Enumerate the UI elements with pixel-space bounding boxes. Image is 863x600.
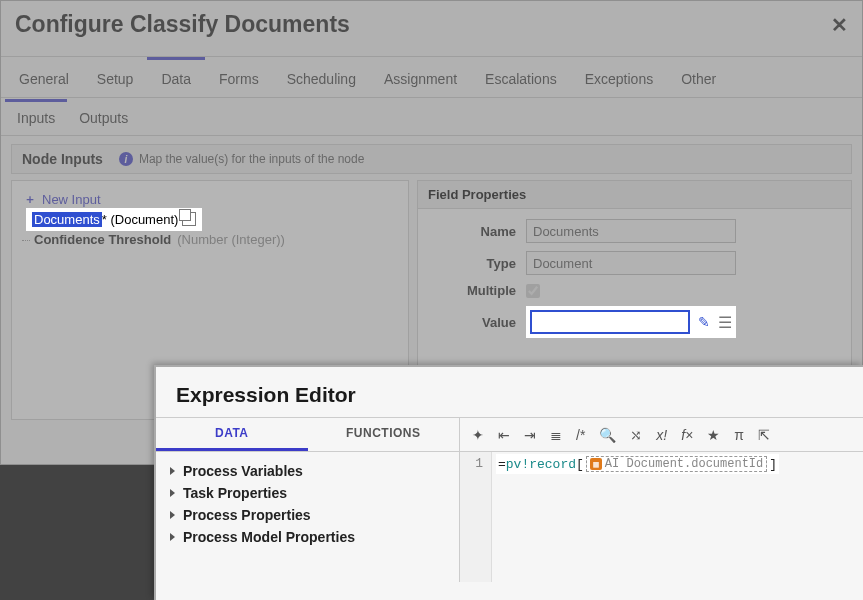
tree-process-properties[interactable]: Process Properties <box>170 504 445 526</box>
subtab-inputs[interactable]: Inputs <box>5 99 67 135</box>
token-close-bracket: ] <box>769 457 777 472</box>
new-input-button[interactable]: ＋ New Input <box>18 189 402 210</box>
section-title: Node Inputs <box>22 151 103 167</box>
editor-body: DATA FUNCTIONS Process Variables Task Pr… <box>156 417 863 582</box>
tab-data[interactable]: Data <box>147 57 205 97</box>
sub-tabs: Inputs Outputs <box>1 98 862 136</box>
editor-header: Expression Editor <box>156 367 863 417</box>
editor-tab-functions[interactable]: FUNCTIONS <box>308 418 460 451</box>
code-area[interactable]: 1 =pv!record[▦AI Document.documentId] <box>460 452 863 582</box>
caret-icon <box>170 511 175 519</box>
fp-row-type: Type <box>430 251 839 275</box>
section-hint-text: Map the value(s) for the inputs of the n… <box>139 152 364 166</box>
fp-row-value: Value ✎ ☰ <box>430 306 839 338</box>
editor-title: Expression Editor <box>176 383 843 407</box>
caret-icon <box>170 533 175 541</box>
pi-icon[interactable]: π <box>734 427 744 443</box>
fp-multiple-checkbox[interactable] <box>526 284 540 298</box>
code-content[interactable]: =pv!record[▦AI Document.documentId] <box>492 452 863 582</box>
line-number: 1 <box>460 456 483 471</box>
token-equals: = <box>498 457 506 472</box>
editor-tabs: DATA FUNCTIONS <box>156 418 459 452</box>
editor-left-panel: DATA FUNCTIONS Process Variables Task Pr… <box>156 418 460 582</box>
tab-general[interactable]: General <box>5 57 83 97</box>
editor-tab-data[interactable]: DATA <box>156 418 308 451</box>
tab-forms[interactable]: Forms <box>205 57 273 97</box>
fp-multiple-label: Multiple <box>430 283 526 298</box>
fp-row-name: Name <box>430 219 839 243</box>
tree-task-properties[interactable]: Task Properties <box>170 482 445 504</box>
field-properties-body: Name Type Multiple Value <box>418 209 851 356</box>
input-name: Confidence Threshold <box>34 232 171 247</box>
record-type-icon: ▦ <box>590 458 602 470</box>
fx-icon[interactable]: f× <box>681 427 693 443</box>
tab-assignment[interactable]: Assignment <box>370 57 471 97</box>
fp-row-multiple: Multiple <box>430 283 839 298</box>
x-italic-icon[interactable]: x! <box>656 427 667 443</box>
edit-expression-icon[interactable]: ✎ <box>698 314 710 330</box>
subtab-outputs[interactable]: Outputs <box>67 99 140 135</box>
tab-other[interactable]: Other <box>667 57 730 97</box>
input-row-documents[interactable]: Documents * (Document) <box>28 210 200 229</box>
copy-icon[interactable] <box>182 212 196 226</box>
fp-type-label: Type <box>430 256 526 271</box>
tree-process-variables[interactable]: Process Variables <box>170 460 445 482</box>
outdent-icon[interactable]: ⇤ <box>498 427 510 443</box>
field-properties-header: Field Properties <box>418 181 851 209</box>
value-list-icon[interactable]: ☰ <box>718 313 732 332</box>
tab-scheduling[interactable]: Scheduling <box>273 57 370 97</box>
token-open-bracket: [ <box>576 457 584 472</box>
fp-value-input[interactable] <box>530 310 690 334</box>
code-gutter: 1 <box>460 452 492 582</box>
star-icon[interactable]: ★ <box>707 427 720 443</box>
token-pv: pv!record <box>506 457 576 472</box>
input-name: Documents <box>32 212 102 227</box>
plus-icon: ＋ <box>24 191 36 208</box>
fp-name-label: Name <box>430 224 526 239</box>
info-icon: i <box>119 152 133 166</box>
record-field-chip[interactable]: ▦AI Document.documentId <box>586 456 767 472</box>
export-icon[interactable]: ⇱ <box>758 427 770 443</box>
section-hint: i Map the value(s) for the inputs of the… <box>119 152 364 166</box>
section-header: Node Inputs i Map the value(s) for the i… <box>11 144 852 174</box>
magic-wand-icon[interactable]: ✦ <box>472 427 484 443</box>
editor-tree: Process Variables Task Properties Proces… <box>156 452 459 556</box>
comment-icon[interactable]: /* <box>576 427 585 443</box>
input-type: (Number (Integer)) <box>177 232 285 247</box>
required-marker: * <box>102 212 107 227</box>
record-field-label: AI Document.documentId <box>605 457 763 471</box>
tab-escalations[interactable]: Escalations <box>471 57 571 97</box>
indent-icon[interactable]: ⇥ <box>524 427 536 443</box>
expression-editor-dialog: Expression Editor DATA FUNCTIONS Process… <box>154 365 863 600</box>
new-input-label: New Input <box>42 192 101 207</box>
caret-icon <box>170 467 175 475</box>
main-tabs: General Setup Data Forms Scheduling Assi… <box>1 56 862 98</box>
code-line-1[interactable]: =pv!record[▦AI Document.documentId] <box>496 454 779 474</box>
tree-process-model-properties[interactable]: Process Model Properties <box>170 526 445 548</box>
fp-name-input[interactable] <box>526 219 736 243</box>
fp-value-label: Value <box>430 315 526 330</box>
close-icon[interactable]: ✕ <box>831 13 848 37</box>
editor-toolbar: ✦ ⇤ ⇥ ≣ /* 🔍 ⤭ x! f× ★ π ⇱ <box>460 418 863 452</box>
editor-right-panel: ✦ ⇤ ⇥ ≣ /* 🔍 ⤭ x! f× ★ π ⇱ 1 =pv!reco <box>460 418 863 582</box>
tab-exceptions[interactable]: Exceptions <box>571 57 667 97</box>
caret-icon <box>170 489 175 497</box>
input-type: (Document) <box>110 212 178 227</box>
search-icon[interactable]: 🔍 <box>599 427 616 443</box>
dialog-header: Configure Classify Documents ✕ <box>1 1 862 56</box>
shuffle-icon[interactable]: ⤭ <box>630 427 642 443</box>
input-row-confidence[interactable]: Confidence Threshold (Number (Integer)) <box>18 229 402 250</box>
fp-type-input[interactable] <box>526 251 736 275</box>
list-icon[interactable]: ≣ <box>550 427 562 443</box>
dialog-title: Configure Classify Documents <box>15 11 350 38</box>
tab-setup[interactable]: Setup <box>83 57 148 97</box>
